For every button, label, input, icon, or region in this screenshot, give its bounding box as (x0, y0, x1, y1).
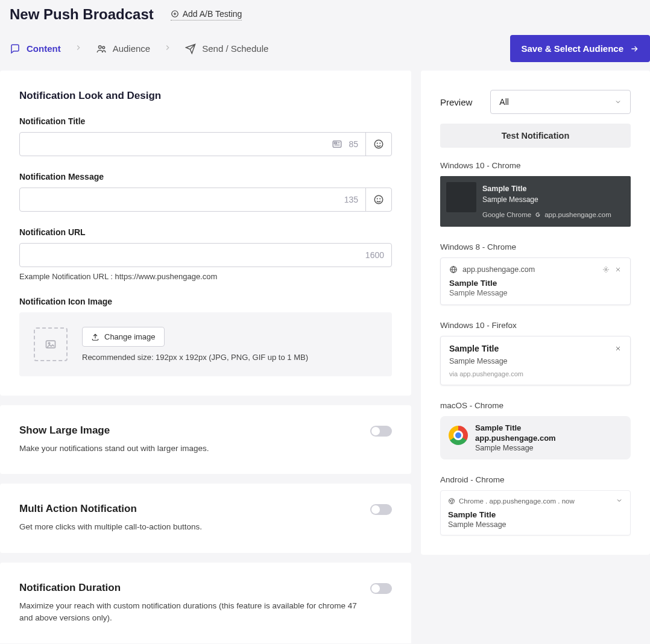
preview-macos-chrome: Sample Title app.pushengage.com Sample M… (440, 416, 631, 459)
google-g-icon (535, 212, 541, 218)
change-image-label: Change image (104, 332, 156, 341)
save-select-audience-button[interactable]: Save & Select Audience (510, 35, 650, 62)
image-placeholder-icon (45, 338, 57, 350)
svg-rect-4 (335, 142, 337, 144)
notification-title-label: Notification Title (19, 116, 392, 126)
preview-android-meta: Chrome . app.pushengage.com . now (459, 497, 575, 505)
svg-point-9 (377, 198, 377, 199)
preview-title: Sample Title (482, 185, 622, 193)
step-content-label: Content (27, 43, 61, 54)
chrome-icon (449, 426, 468, 445)
preview-title: Sample Title (449, 279, 622, 288)
content-icon (10, 43, 21, 54)
svg-point-1 (98, 45, 101, 48)
svg-point-7 (380, 143, 380, 144)
duration-title: Notification Duration (19, 582, 357, 594)
page-title: New Push Broadcast (10, 6, 154, 23)
preview-title: Sample Title (449, 344, 499, 353)
chevron-right-icon (74, 43, 83, 54)
duration-toggle[interactable] (370, 583, 392, 594)
icon-image-dropzone[interactable] (34, 327, 68, 361)
step-schedule-label: Send / Schedule (202, 43, 268, 54)
preview-label: Preview (440, 97, 472, 107)
design-card: Notification Look and Design Notificatio… (0, 71, 411, 396)
multi-action-title: Multi Action Notification (19, 503, 202, 515)
svg-point-14 (605, 269, 607, 271)
test-notification-button[interactable]: Test Notification (440, 124, 631, 148)
preview-message: Sample Message (475, 444, 556, 452)
large-image-title: Show Large Image (19, 425, 209, 437)
emoji-icon (373, 139, 384, 150)
large-image-desc: Make your notifications stand out with l… (19, 443, 209, 455)
message-char-count: 135 (344, 195, 358, 204)
chevron-down-icon (614, 98, 622, 106)
close-icon[interactable] (614, 266, 622, 273)
svg-point-5 (374, 140, 383, 148)
multi-action-card: Multi Action Notification Get more click… (0, 484, 411, 552)
preview-os-label: Windows 8 - Chrome (440, 242, 631, 251)
notification-url-label: Notification URL (19, 227, 392, 237)
preview-os-label: Android - Chrome (440, 475, 631, 484)
icon-image-help: Recommended size: 192px x 192px (JPG, PN… (82, 353, 308, 362)
plus-circle-icon (171, 10, 179, 18)
notification-url-input[interactable] (20, 244, 358, 267)
icon-image-label: Notification Icon Image (19, 297, 392, 306)
preview-android-chrome: Chrome . app.pushengage.com . now Sample… (440, 490, 631, 535)
preview-win8-chrome: app.pushengage.com Sample Title Sample M… (440, 257, 631, 305)
emoji-picker-button[interactable] (365, 188, 391, 211)
preview-title: Sample Title (475, 423, 556, 432)
svg-point-10 (380, 198, 380, 199)
audience-icon (96, 43, 107, 54)
upload-icon (91, 333, 99, 341)
step-schedule[interactable]: Send / Schedule (185, 43, 268, 54)
step-audience-label: Audience (113, 43, 151, 54)
preview-device-select[interactable]: All (490, 90, 631, 114)
duration-desc: Maximize your reach with custom notifica… (19, 600, 357, 625)
save-select-audience-label: Save & Select Audience (521, 43, 623, 54)
svg-point-6 (377, 143, 377, 144)
add-ab-testing-label: Add A/B Testing (183, 9, 242, 19)
chevron-down-icon[interactable] (616, 497, 623, 504)
preview-thumb (446, 182, 476, 212)
preview-source: Google Chrome (482, 211, 531, 218)
svg-point-2 (103, 46, 105, 48)
preview-domain: app.pushengage.com (462, 265, 535, 274)
duration-card: Notification Duration Maximize your reac… (0, 563, 411, 644)
preview-message: Sample Message (482, 195, 622, 204)
step-content[interactable]: Content (10, 43, 61, 54)
preview-message: Sample Message (448, 520, 623, 529)
close-icon[interactable] (614, 345, 622, 352)
notification-message-input[interactable] (20, 188, 337, 211)
preview-select-value: All (499, 97, 509, 107)
multi-action-desc: Get more clicks with multiple call-to-ac… (19, 521, 202, 533)
chrome-outline-icon (448, 497, 455, 505)
notification-title-input[interactable] (20, 133, 324, 156)
multi-action-toggle[interactable] (370, 504, 392, 515)
preview-win10-chrome: Sample Title Sample Message Google Chrom… (440, 176, 631, 227)
send-icon (185, 43, 196, 54)
personalization-icon[interactable] (332, 139, 342, 150)
emoji-picker-button[interactable] (365, 133, 391, 156)
preview-message: Sample Message (449, 289, 622, 297)
wizard-steps: Content Audience Send / Schedule (10, 43, 268, 54)
preview-title: Sample Title (448, 510, 623, 519)
add-ab-testing-link[interactable]: Add A/B Testing (171, 9, 242, 21)
preview-os-label: macOS - Chrome (440, 401, 631, 410)
large-image-toggle[interactable] (370, 426, 392, 437)
gear-icon (602, 266, 610, 273)
preview-os-label: Windows 10 - Firefox (440, 321, 631, 330)
preview-win10-firefox: Sample Title Sample Message via app.push… (440, 336, 631, 385)
preview-panel: Preview All Test Notification Windows 10… (421, 71, 650, 555)
chevron-right-icon (163, 43, 172, 54)
preview-os-label: Windows 10 - Chrome (440, 161, 631, 170)
svg-point-12 (48, 343, 50, 344)
show-large-image-card: Show Large Image Make your notifications… (0, 405, 411, 474)
design-heading: Notification Look and Design (19, 90, 392, 102)
change-image-button[interactable]: Change image (82, 327, 165, 347)
preview-via: via app.pushengage.com (449, 370, 622, 377)
title-char-count: 85 (349, 139, 358, 149)
url-example-text: Example Notification URL : https://www.p… (19, 272, 392, 281)
globe-icon (449, 265, 458, 274)
step-audience[interactable]: Audience (96, 43, 151, 54)
preview-domain: app.pushengage.com (544, 211, 611, 218)
